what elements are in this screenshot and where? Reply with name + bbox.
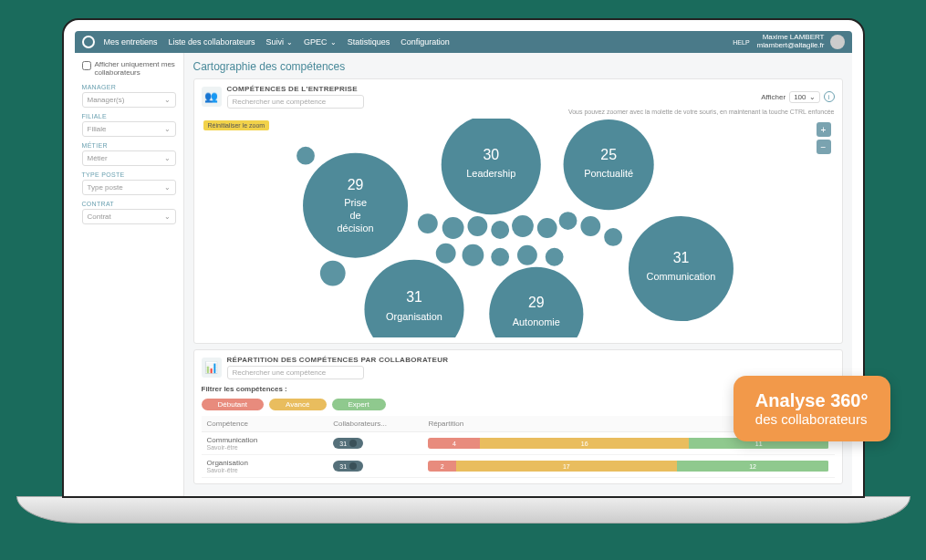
svg-point-20	[417, 213, 437, 233]
user-info[interactable]: Maxime LAMBERT mlambert@altagile.fr	[757, 34, 825, 50]
competences-card: 👥 COMPÉTENCES DE L'ENTREPRISE Rechercher…	[193, 78, 843, 344]
only-my-collab-label: Afficher uniquement mes collaborateurs	[95, 60, 176, 77]
competence-search-input[interactable]: Rechercher une compétence	[227, 95, 364, 109]
svg-text:Ponctualité: Ponctualité	[584, 168, 633, 179]
user-email: mlambert@altagile.fr	[757, 42, 825, 50]
nav-liste-collaborateurs[interactable]: Liste des collaborateurs	[169, 37, 255, 47]
svg-point-5	[441, 119, 540, 214]
filter-sidebar: Afficher uniquement mes collaborateurs M…	[75, 53, 184, 496]
help-icon[interactable]: HELP	[733, 39, 749, 46]
svg-point-21	[442, 217, 463, 239]
laptop-base	[16, 496, 910, 524]
svg-point-27	[580, 216, 600, 236]
svg-text:Autonomie: Autonomie	[512, 316, 559, 327]
svg-text:Communication: Communication	[646, 272, 715, 283]
avatar[interactable]	[830, 35, 845, 49]
zoom-out-button[interactable]: −	[817, 140, 831, 154]
svg-point-23	[491, 221, 509, 239]
col-competence[interactable]: Compétence	[202, 416, 328, 432]
svg-point-35	[297, 147, 315, 165]
only-my-collab-checkbox[interactable]	[82, 61, 91, 70]
nav-configuration[interactable]: Configuration	[401, 37, 450, 47]
svg-text:Leadership: Leadership	[466, 168, 515, 179]
reset-zoom-button[interactable]: Réinitialiser le zoom	[203, 120, 270, 130]
repartition-icon: 📊	[202, 358, 222, 378]
afficher-select[interactable]: 100⌄	[789, 91, 819, 103]
svg-text:31: 31	[406, 289, 422, 305]
level-debutant-pill[interactable]: Débutant	[202, 399, 264, 410]
callout-line1: Analyse 360°	[755, 390, 869, 411]
filter-select-contrat[interactable]: Contrat⌄	[82, 209, 176, 224]
info-icon[interactable]: i	[824, 91, 835, 102]
filter-label-contrat: CONTRAT	[82, 201, 176, 207]
zoom-hint: Vous pouvez zoomer avec la molette de vo…	[202, 109, 835, 115]
svg-point-11	[628, 216, 733, 321]
afficher-label: Afficher	[761, 93, 786, 101]
top-navbar: Mes entretiens Liste des collaborateurs …	[75, 31, 852, 53]
svg-point-29	[435, 244, 455, 264]
svg-point-28	[604, 228, 622, 246]
col-collaborateurs[interactable]: Collaborateurs...	[328, 416, 422, 432]
filter-select-metier[interactable]: Métier⌄	[82, 150, 176, 166]
filter-competences-label: Filtrer les compétences :	[202, 385, 287, 393]
table-row[interactable]: OrganisationSavoir-être 31 2 17 12	[202, 455, 835, 478]
competences-icon: 👥	[202, 87, 222, 107]
nav-statistiques[interactable]: Statistiques	[348, 37, 390, 47]
count-badge: 31	[333, 438, 363, 449]
filter-select-manager[interactable]: Manager(s)⌄	[82, 92, 176, 108]
svg-point-34	[319, 261, 345, 286]
svg-text:25: 25	[600, 147, 617, 162]
svg-point-8	[563, 119, 653, 210]
competences-title: COMPÉTENCES DE L'ENTREPRISE	[227, 85, 756, 93]
svg-point-26	[558, 212, 577, 230]
nav-suivi[interactable]: Suivi⌄	[266, 37, 294, 47]
analysis-callout: Analyse 360° des collaborateurs	[734, 376, 890, 441]
svg-point-22	[467, 216, 487, 236]
filter-label-filiale: FILIALE	[82, 113, 176, 119]
app-logo-icon	[82, 36, 95, 48]
level-avance-pill[interactable]: Avancé	[269, 399, 327, 410]
filter-label-typeposte: TYPE POSTE	[82, 171, 176, 178]
svg-text:décision: décision	[337, 223, 373, 233]
svg-text:de: de	[349, 210, 360, 221]
repartition-title: RÉPARTITION DES COMPÉTENCES PAR COLLABOR…	[227, 356, 835, 364]
svg-text:Prise: Prise	[344, 197, 367, 208]
filter-select-filiale[interactable]: Filiale⌄	[82, 121, 176, 137]
svg-point-30	[462, 244, 484, 266]
svg-point-31	[491, 248, 509, 266]
svg-point-33	[545, 248, 563, 266]
filter-select-typeposte[interactable]: Type poste⌄	[82, 180, 176, 195]
nav-mes-entretiens[interactable]: Mes entretiens	[104, 37, 158, 47]
svg-point-24	[512, 215, 534, 237]
svg-text:29: 29	[347, 177, 363, 192]
bubble-chart[interactable]: Réinitialiser le zoom + − 29 Prise de dé…	[202, 119, 835, 337]
svg-text:30: 30	[483, 147, 499, 162]
filter-label-metier: MÉTIER	[82, 142, 176, 149]
svg-text:Organisation: Organisation	[386, 311, 442, 322]
callout-line2: des collaborateurs	[755, 411, 869, 427]
svg-text:29: 29	[528, 295, 545, 310]
zoom-in-button[interactable]: +	[817, 122, 831, 137]
level-expert-pill[interactable]: Expert	[332, 399, 386, 410]
svg-point-32	[517, 245, 537, 265]
svg-point-25	[536, 218, 557, 238]
repartition-search-input[interactable]: Rechercher une compétence	[227, 366, 364, 379]
svg-text:31: 31	[672, 250, 689, 265]
filter-label-manager: MANAGER	[82, 84, 176, 90]
page-title: Cartographie des compétences	[193, 60, 843, 73]
count-badge: 31	[333, 461, 363, 472]
nav-gpec[interactable]: GPEC⌄	[304, 37, 337, 47]
